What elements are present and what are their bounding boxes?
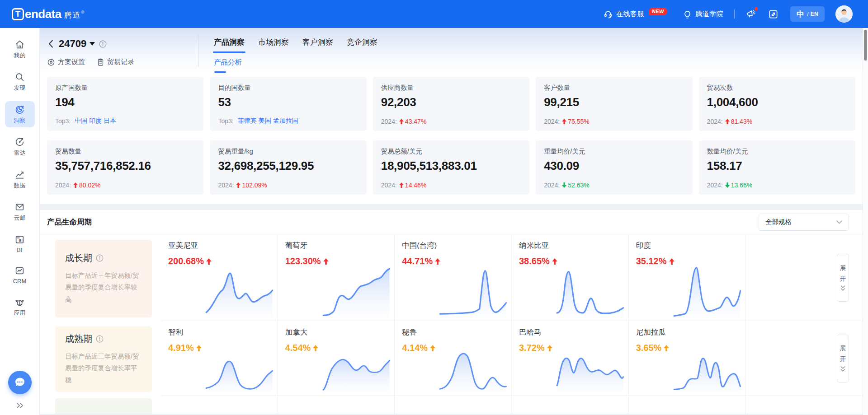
lifecycle-card-india[interactable]: 印度 35.12%	[629, 234, 746, 321]
up-arrow-icon	[562, 119, 566, 124]
lifecycle-row-growth: 成长期 目标产品近三年贸易额/贸易量的季度复合增长率较高 亚美尼亚 200.68…	[40, 234, 863, 321]
stage-info-icon[interactable]	[96, 335, 104, 343]
stage-info-icon[interactable]	[96, 254, 104, 262]
stat-card-trade-weight: 贸易重量/kg 32,698,255,129.95 2024: 102.09%	[210, 140, 366, 195]
stat-card-customers: 客户数量 99,215 2024: 75.55%	[536, 77, 692, 131]
lifecycle-row-mature: 成熟期 目标产品近三年贸易额/贸易量的季度复合增长率平稳 智利 4.91% 加拿…	[40, 321, 863, 396]
up-arrow-icon	[399, 119, 404, 124]
lifecycle-card-nicaragua[interactable]: 尼加拉瓜 3.65%	[629, 321, 746, 395]
tendata-logo-icon: T endata	[12, 7, 61, 21]
expand-mature-button[interactable]: 展 开	[837, 335, 849, 382]
plan-info-icon[interactable]	[99, 40, 107, 48]
expand-growth-button[interactable]: 展 开	[837, 254, 849, 302]
settings-icon	[47, 58, 55, 66]
back-button[interactable]	[47, 38, 55, 49]
radar-icon	[14, 137, 25, 147]
sidebar-item-mail[interactable]: 云邮	[5, 199, 35, 225]
up-arrow-icon	[236, 182, 241, 188]
mature-stage-block: 成熟期 目标产品近三年贸易额/贸易量的季度复合增长率平稳	[55, 326, 152, 392]
language-toggle[interactable]: 中 / EN	[790, 6, 825, 22]
stat-card-destination-countries: 目的国数量 53 Top3: 菲律宾美国孟加拉国	[210, 77, 366, 131]
up-arrow-icon	[430, 345, 435, 351]
sparkline-chart	[438, 264, 508, 319]
sidebar-item-mine[interactable]: 我的	[5, 36, 35, 62]
page-header: 24709 方案设置 贸易记录	[40, 28, 863, 72]
lifecycle-card-bahamas[interactable]: 巴哈马 3.72%	[512, 321, 629, 395]
up-arrow-icon	[547, 345, 552, 351]
headset-icon	[603, 9, 613, 19]
tab-competitor-insight[interactable]: 竞企洞察	[347, 37, 377, 53]
header-vertical-divider	[198, 34, 198, 67]
bulb-icon	[683, 9, 692, 19]
stats-section: 原产国数量 194 Top3: 中国印度日本 目的国数量 53 Top3: 菲律…	[40, 72, 863, 204]
fullscreen-button[interactable]	[768, 9, 778, 19]
topbar: T endata 腾道® 在线客服 NEW 腾道学院	[0, 0, 868, 28]
sidebar-item-bi[interactable]: BI BI	[5, 231, 35, 256]
tab-market-insight[interactable]: 市场洞察	[258, 37, 289, 53]
lifecycle-card-armenia[interactable]: 亚美尼亚 200.68%	[161, 234, 278, 321]
stat-card-origin-countries: 原产国数量 194 Top3: 中国印度日本	[47, 77, 203, 131]
double-chevron-down-icon	[840, 366, 845, 372]
sparkline-chart	[321, 264, 391, 319]
topbar-divider	[734, 9, 735, 19]
product-lifecycle-section: 产品生命周期 全部规格 成长期 目标产品近三年贸易额/贸易量的季度复合增长率较高…	[40, 210, 863, 414]
user-avatar[interactable]	[835, 5, 853, 23]
crm-icon	[14, 266, 25, 276]
up-arrow-icon	[196, 345, 202, 351]
top3-link[interactable]: 美国	[259, 117, 271, 124]
online-service-link[interactable]: 在线客服 NEW	[603, 9, 667, 19]
subtab-product-analysis[interactable]: 产品分析	[214, 58, 242, 73]
sidebar-item-insight[interactable]: 洞察	[5, 101, 35, 127]
stat-card-avg-price-weight: 重量均价/美元 430.09 2024: 52.63%	[536, 140, 692, 195]
lifecycle-card-portugal[interactable]: 葡萄牙 123.30%	[278, 234, 395, 321]
sparkline-chart	[438, 346, 508, 393]
trade-records-button[interactable]: 贸易记录	[97, 58, 134, 66]
bi-icon: BI	[14, 234, 25, 245]
sparkline-chart	[321, 346, 391, 393]
tab-product-insight[interactable]: 产品洞察	[214, 37, 245, 53]
stat-card-trade-value: 贸易总额/美元 18,905,513,883.01 2024: 14.46%	[373, 140, 529, 195]
announcements-button[interactable]	[745, 9, 756, 19]
lifecycle-card-canada[interactable]: 加拿大 4.54%	[278, 321, 395, 395]
down-arrow-icon	[725, 182, 730, 188]
up-arrow-icon	[664, 345, 669, 351]
sidebar-item-crm[interactable]: CRM	[5, 262, 35, 287]
decline-stage-block	[55, 398, 152, 414]
lifecycle-card-chile[interactable]: 智利 4.91%	[161, 321, 278, 395]
sidebar-collapse-button[interactable]	[14, 401, 26, 410]
top3-link[interactable]: 日本	[104, 117, 116, 124]
top3-link[interactable]: 菲律宾	[238, 117, 257, 124]
top3-link[interactable]: 中国	[75, 117, 87, 124]
plan-settings-button[interactable]: 方案设置	[47, 58, 85, 66]
plan-id-dropdown[interactable]: 24709	[59, 38, 95, 50]
lifecycle-card-namibia[interactable]: 纳米比亚 38.65%	[512, 234, 629, 321]
sparkline-chart	[555, 346, 625, 393]
spec-filter-dropdown[interactable]: 全部规格	[759, 214, 849, 231]
lifecycle-card-taiwan[interactable]: 中国(台湾) 44.71%	[395, 234, 512, 321]
caret-down-icon	[90, 42, 95, 46]
chat-support-fab[interactable]	[8, 371, 32, 394]
sidebar-item-data[interactable]: 数据	[5, 166, 35, 192]
scrollbar-thumb[interactable]	[864, 30, 867, 61]
apps-icon	[14, 297, 25, 307]
notification-dot	[755, 7, 758, 10]
tab-customer-insight[interactable]: 客户洞察	[302, 37, 333, 53]
top3-link[interactable]: 孟加拉国	[273, 117, 298, 124]
top3-link[interactable]: 印度	[89, 117, 102, 124]
lifecycle-title: 产品生命周期	[47, 217, 92, 227]
academy-label: 腾道学院	[695, 9, 723, 19]
academy-link[interactable]: 腾道学院	[683, 9, 723, 19]
sidebar-item-radar[interactable]: 雷达	[5, 134, 35, 160]
logo-cn-text: 腾道®	[64, 10, 85, 21]
search-icon	[14, 72, 25, 82]
stat-card-trade-quantity: 贸易数量 35,757,716,852.16 2024: 80.02%	[47, 140, 203, 195]
home-icon	[14, 39, 25, 50]
up-arrow-icon	[725, 119, 730, 124]
lifecycle-card-peru[interactable]: 秘鲁 4.14%	[395, 321, 512, 395]
sidebar-item-discover[interactable]: 发现	[5, 69, 35, 95]
insight-icon	[14, 104, 25, 115]
page-scrollbar	[863, 28, 868, 415]
tendata-logo[interactable]: T endata 腾道®	[12, 7, 85, 21]
up-arrow-icon	[313, 345, 318, 351]
sidebar-item-apps[interactable]: 应用	[5, 294, 35, 320]
